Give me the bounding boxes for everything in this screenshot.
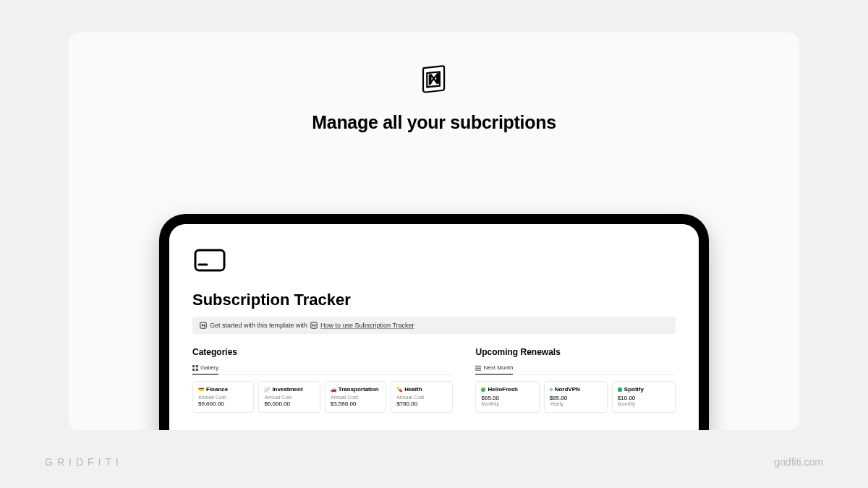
finance-emoji-icon: 💳 <box>198 387 204 393</box>
spotify-icon <box>618 388 622 392</box>
card-label: Annual Cost <box>331 395 380 400</box>
renewals-title: Upcoming Renewals <box>475 347 676 357</box>
category-card-investment[interactable]: 📈Investment Annual Cost $6,000.00 <box>258 381 320 413</box>
category-card-transportation[interactable]: 🚗Transportation Annual Cost $3,588.00 <box>325 381 386 413</box>
device-mockup: Subscription Tracker Get started with th… <box>159 214 709 430</box>
renewals-section: Upcoming Renewals Next Month He <box>475 347 676 413</box>
tab-label: Next Month <box>483 364 513 371</box>
card-label: Monthly <box>481 401 533 406</box>
credit-card-icon <box>192 243 227 278</box>
svg-rect-6 <box>192 368 195 370</box>
svg-rect-10 <box>475 369 481 370</box>
card-header: Manage all your subcriptions <box>69 33 799 133</box>
card-title: HelloFresh <box>488 386 517 393</box>
card-value: $65.00 <box>481 395 533 401</box>
card-label: Annual Cost <box>264 395 314 400</box>
gallery-view-icon <box>192 365 198 371</box>
renewals-tabs: Next Month <box>475 362 676 375</box>
hellofresh-icon <box>481 388 485 392</box>
watermark-right: gridfiti.com <box>774 456 823 468</box>
card-label: Annual Cost <box>198 395 248 400</box>
svg-rect-7 <box>196 368 198 370</box>
category-card-health[interactable]: 💊Health Annual Cost $780.00 <box>391 381 452 413</box>
categories-tabs: Gallery <box>192 362 452 375</box>
notion-mini-icon <box>200 322 207 329</box>
svg-rect-9 <box>475 367 481 368</box>
card-label: Annual Cost <box>396 395 446 400</box>
category-card-finance[interactable]: 💳Finance Annual Cost $9,600.00 <box>192 381 254 413</box>
card-title: Health <box>404 386 422 393</box>
card-label: Yearly <box>550 401 602 406</box>
callout-text: Get started with this template with <box>210 322 307 329</box>
renewals-cards: HelloFresh $65.00 Monthly NordVPN $85.00… <box>475 381 676 413</box>
tab-next-month[interactable]: Next Month <box>475 362 513 374</box>
transportation-emoji-icon: 🚗 <box>331 387 336 393</box>
notion-logo-icon <box>418 63 450 95</box>
renewal-card-spotify[interactable]: Spotify $10.00 Monthly <box>612 381 676 413</box>
renewal-card-nordvpn[interactable]: NordVPN $85.00 Yearly <box>544 381 608 413</box>
investment-emoji-icon: 📈 <box>264 387 270 393</box>
card-value: $85.00 <box>550 395 602 401</box>
categories-cards: 💳Finance Annual Cost $9,600.00 📈Investme… <box>192 381 452 413</box>
card-title: NordVPN <box>555 386 580 393</box>
card-value: $3,588.00 <box>331 401 380 407</box>
card-title: Spotify <box>624 386 644 393</box>
svg-rect-0 <box>195 250 224 270</box>
watermark-left: GRIDFITI <box>45 456 123 468</box>
notion-mini-icon <box>310 322 318 329</box>
page-title: Subscription Tracker <box>192 291 676 309</box>
card-value: $10.00 <box>618 395 670 401</box>
nordvpn-icon <box>550 388 553 391</box>
card-label: Monthly <box>618 401 670 406</box>
getting-started-callout[interactable]: Get started with this template with How … <box>192 317 676 334</box>
tab-label: Gallery <box>200 364 218 371</box>
svg-rect-5 <box>196 365 198 367</box>
card-title: Finance <box>206 386 228 393</box>
health-emoji-icon: 💊 <box>396 387 402 393</box>
svg-rect-8 <box>475 365 481 366</box>
headline: Manage all your subcriptions <box>69 112 799 133</box>
svg-rect-4 <box>192 365 195 367</box>
card-value: $780.00 <box>396 401 446 407</box>
notion-page: Subscription Tracker Get started with th… <box>169 224 699 430</box>
renewal-card-hellofresh[interactable]: HelloFresh $65.00 Monthly <box>475 381 539 413</box>
card-title: Investment <box>272 386 302 393</box>
categories-section: Categories Gallery 💳Finance <box>192 347 452 413</box>
card-value: $6,000.00 <box>264 401 314 407</box>
categories-title: Categories <box>192 347 452 357</box>
list-view-icon <box>475 365 481 371</box>
card-value: $9,600.00 <box>198 401 248 407</box>
tab-gallery[interactable]: Gallery <box>192 362 218 374</box>
promo-card: Manage all your subcriptions Subscriptio… <box>69 33 799 430</box>
card-title: Transportation <box>339 386 379 393</box>
callout-link[interactable]: How to use Subscription Tracker <box>320 322 414 329</box>
